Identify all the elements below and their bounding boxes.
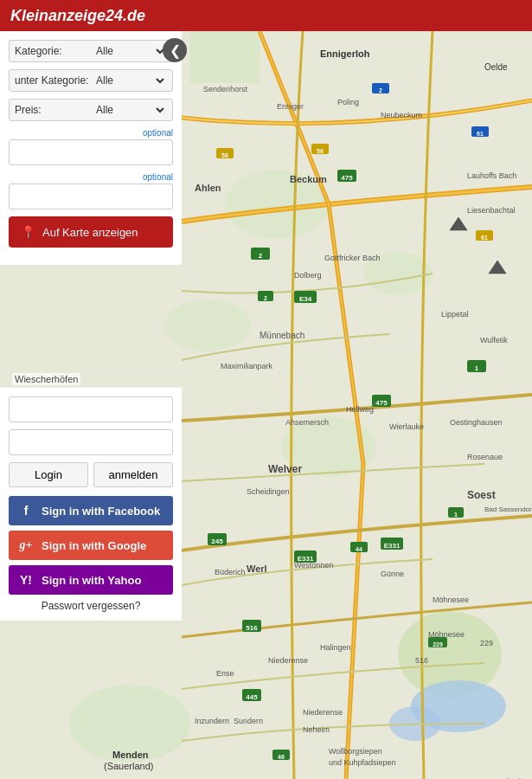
site-title: Kleinanzeige24.de [10,7,145,25]
svg-text:61: 61 [481,235,488,241]
facebook-signin-button[interactable]: f Sign in with Facebook [9,496,173,525]
svg-text:Gottfricker Bach: Gottfricker Bach [324,254,381,262]
filter-panel: Kategorie: Alle unter Kategorie: Alle Pr… [0,31,182,265]
svg-text:Lauhoffs Bach: Lauhoffs Bach [467,171,516,180]
svg-text:Westonnen: Westonnen [294,561,333,570]
svg-text:Halingen: Halingen [320,643,351,652]
svg-text:Oestinghausen: Oestinghausen [450,418,503,427]
svg-text:Inzundern: Inzundern [195,717,229,725]
svg-text:Ense: Ense [216,669,234,678]
svg-text:Sendenhorst: Sendenhorst [203,85,248,93]
svg-text:1: 1 [475,364,479,372]
svg-text:61: 61 [477,131,484,137]
svg-text:Lippetal: Lippetal [441,310,469,319]
forgot-password-text[interactable]: Passwort vergessen? [42,600,141,612]
optional-label-bottom: optional [9,172,173,182]
svg-text:Welver: Welver [268,463,302,475]
svg-text:Büderich: Büderich [215,568,246,576]
svg-point-3 [164,299,251,351]
svg-text:58: 58 [317,148,324,154]
facebook-icon: f [17,502,35,519]
svg-text:229: 229 [433,641,443,647]
svg-text:Bad Sassendorf: Bad Sassendorf [484,505,532,513]
kategorie-label: Kategorie: [15,45,93,57]
preis-select[interactable]: Alle [93,103,167,117]
svg-text:475: 475 [375,399,388,407]
svg-text:Niederense: Niederense [303,708,343,717]
svg-text:E34: E34 [299,295,312,303]
login-buttons-group: Login anmelden [9,462,173,487]
svg-text:Möhnesee: Möhnesee [433,596,469,604]
svg-text:Ahlen: Ahlen [195,183,221,193]
svg-text:2: 2 [264,295,267,301]
svg-text:Werl: Werl [247,563,267,574]
svg-text:Niederense: Niederense [268,656,308,665]
svg-text:Wulfetik: Wulfetik [480,336,508,344]
forgot-password-link[interactable]: Passwort vergessen? [9,600,173,612]
preis-filter[interactable]: Preis: Alle [9,99,173,121]
svg-text:E331: E331 [384,542,401,550]
yahoo-icon: Y! [17,571,35,589]
svg-text:Poling: Poling [337,98,359,106]
svg-text:245: 245 [211,538,223,545]
svg-text:(Sauerland): (Sauerland) [104,761,153,771]
svg-text:516: 516 [415,656,428,665]
optional-input-top[interactable] [9,139,173,165]
svg-text:44: 44 [356,546,362,552]
svg-text:Enniger: Enniger [277,102,304,111]
svg-text:Wollborgsiepen: Wollborgsiepen [329,747,382,756]
kategorie-filter[interactable]: Kategorie: Alle [9,40,173,62]
svg-text:Sundern: Sundern [234,717,263,725]
google-icon: g+ [17,537,35,554]
optional-label-top: optional [9,128,173,138]
unter-kategorie-select[interactable]: Alle [93,74,167,87]
svg-text:516: 516 [246,624,258,632]
svg-text:229: 229 [480,639,493,647]
map-button[interactable]: 📍 Auf Karte anzeigen [9,216,173,248]
kategorie-select[interactable]: Alle [93,44,167,58]
preis-label: Preis: [15,104,93,116]
svg-text:Oelde: Oelde [484,62,508,72]
svg-text:46: 46 [278,754,285,760]
header: Kleinanzeige24.de [0,0,532,31]
svg-text:445: 445 [246,693,258,701]
svg-text:Dolberg: Dolberg [294,271,322,280]
map-button-label: Auf Karte anzeigen [42,226,138,239]
google-signin-label: Sign in with Google [42,539,146,552]
facebook-signin-label: Sign in with Facebook [42,505,160,518]
google-signin-button[interactable]: g+ Sign in with Google [9,531,173,560]
location-label: Wiescherhöfen [12,373,80,385]
pin-icon: 📍 [21,225,35,239]
svg-text:Maximilianpark: Maximilianpark [221,362,273,370]
svg-text:Beckum: Beckum [290,174,327,184]
yahoo-signin-button[interactable]: Y! Sign in with Yahoo [9,565,173,595]
svg-text:Ahsemersch: Ahsemersch [285,418,329,427]
svg-rect-1 [190,31,260,83]
svg-text:Münnebach: Münnebach [260,331,304,340]
svg-text:Wierlauke: Wierlauke [389,422,424,431]
svg-text:Soest: Soest [467,489,496,501]
username-input[interactable] [9,396,173,422]
svg-text:58: 58 [221,152,228,158]
svg-text:Günne: Günne [381,570,404,578]
optional-input-bottom[interactable] [9,183,173,209]
svg-text:2: 2 [379,87,382,93]
unter-kategorie-label: unter Kategorie: [15,74,93,87]
svg-text:475: 475 [341,174,353,182]
svg-text:2: 2 [259,252,263,260]
svg-text:und Kuhpfadsiepen: und Kuhpfadsiepen [329,758,396,767]
svg-text:1: 1 [454,512,458,518]
svg-text:Rosenaue: Rosenaue [467,453,503,461]
login-panel: Login anmelden f Sign in with Facebook g… [0,387,182,621]
svg-text:Liesenbachtal: Liesenbachtal [467,206,516,215]
back-button[interactable]: ❮ [163,38,187,62]
svg-text:Scheidingen: Scheidingen [247,487,290,496]
login-button[interactable]: Login [9,462,88,487]
svg-text:Hellweg: Hellweg [346,405,374,414]
svg-text:Ennigerloh: Ennigerloh [320,48,370,59]
password-input[interactable] [9,429,173,455]
anmelden-button[interactable]: anmelden [93,462,173,487]
unter-kategorie-filter[interactable]: unter Kategorie: Alle [9,69,173,92]
svg-text:Neheim: Neheim [303,725,330,734]
yahoo-signin-label: Sign in with Yahoo [42,574,141,587]
